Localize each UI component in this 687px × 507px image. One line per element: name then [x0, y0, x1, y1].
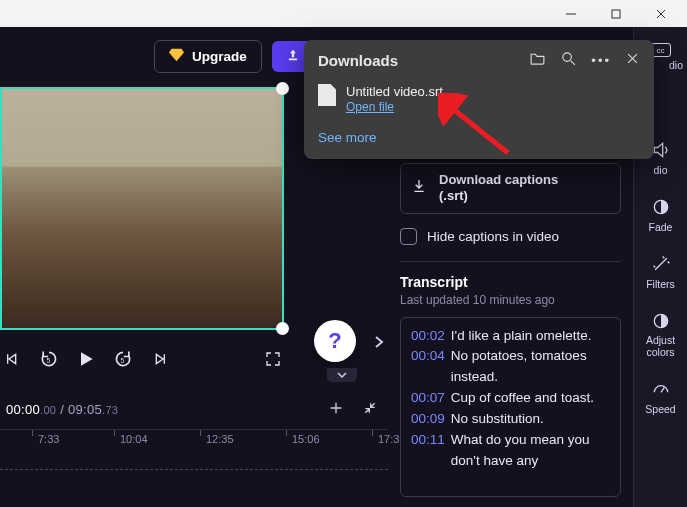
rail-item-fade[interactable]: Fade [634, 196, 687, 233]
see-more-link[interactable]: See more [318, 130, 640, 145]
fade-icon [650, 196, 672, 218]
timeline-track-placeholder[interactable] [0, 469, 388, 470]
upload-icon [286, 48, 300, 65]
expand-panel-button[interactable] [374, 335, 384, 352]
player-controls: 5 5 [0, 348, 284, 370]
ruler-tick: 10:04 [120, 433, 148, 445]
ruler-tick: 7:33 [38, 433, 59, 445]
hide-captions-label: Hide captions in video [427, 229, 559, 244]
svg-text:5: 5 [47, 357, 51, 364]
window-titlebar [0, 0, 687, 27]
rail-item-filters[interactable]: Filters [634, 253, 687, 290]
ruler-tick: 12:35 [206, 433, 234, 445]
timeline-ruler[interactable]: 7:33 10:04 12:35 15:06 17:3 [0, 429, 388, 449]
contrast-icon [650, 310, 672, 332]
timecode: 00:00.00 / 09:05.73 [6, 402, 118, 417]
wand-icon [650, 253, 672, 275]
download-icon [411, 178, 427, 198]
total-time: 09:05 [68, 402, 102, 417]
upgrade-label: Upgrade [192, 49, 247, 64]
add-marker-button[interactable] [328, 400, 344, 419]
transcript-line[interactable]: 00:07Cup of coffee and toast. [411, 388, 610, 409]
ruler-tick: 15:06 [292, 433, 320, 445]
search-downloads-button[interactable] [560, 50, 577, 70]
rail-label: Filters [646, 278, 675, 290]
maximize-button[interactable] [593, 0, 638, 27]
current-frames: .00 [40, 404, 56, 416]
svg-text:5: 5 [121, 357, 125, 364]
rail-label: dio [669, 59, 683, 71]
file-icon [318, 84, 336, 106]
close-window-button[interactable] [638, 0, 683, 27]
minimize-button[interactable] [548, 0, 593, 27]
downloads-popup: Downloads ••• Untitled video.srt Open fi… [304, 40, 654, 159]
more-downloads-button[interactable]: ••• [591, 53, 611, 68]
hide-captions-row[interactable]: Hide captions in video [400, 228, 621, 245]
transcript-line[interactable]: 00:02I'd like a plain omelette. [411, 326, 610, 347]
svg-rect-1 [612, 10, 620, 18]
collapse-timeline-button[interactable] [362, 400, 378, 419]
diamond-icon [169, 48, 184, 65]
skip-forward-button[interactable] [150, 348, 172, 370]
transcript-line[interactable]: 00:09No substitution. [411, 409, 610, 430]
hide-captions-checkbox[interactable] [400, 228, 417, 245]
download-filename: Untitled video.srt [346, 84, 443, 99]
transcript-line[interactable]: 00:11What do you mean you don't have any [411, 430, 610, 472]
svg-line-10 [571, 61, 575, 65]
transcript-box[interactable]: 00:02I'd like a plain omelette. 00:04No … [400, 317, 621, 497]
transcript-updated: Last updated 10 minutes ago [400, 293, 621, 307]
download-captions-label-l1: Download captions [439, 172, 558, 188]
transcript-title: Transcript [400, 274, 621, 290]
rail-label: Fade [649, 221, 673, 233]
forward-5-button[interactable]: 5 [112, 348, 134, 370]
current-time: 00:00 [6, 402, 40, 417]
total-frames: .73 [102, 404, 118, 416]
video-preview[interactable] [0, 87, 284, 330]
skip-back-button[interactable] [0, 348, 22, 370]
open-folder-button[interactable] [529, 50, 546, 70]
gauge-icon [650, 378, 672, 400]
open-file-link[interactable]: Open file [346, 100, 394, 114]
download-item[interactable]: Untitled video.srt Open file [318, 84, 640, 114]
svg-point-9 [563, 53, 572, 62]
transcript-line[interactable]: 00:04No potatoes, tomatoes instead. [411, 346, 610, 388]
rewind-5-button[interactable]: 5 [38, 348, 60, 370]
rail-item-speed[interactable]: Speed [634, 378, 687, 415]
fullscreen-button[interactable] [262, 348, 284, 370]
download-captions-label-l2: (.srt) [439, 188, 558, 204]
rail-label: Adjust colors [634, 335, 687, 358]
upgrade-button[interactable]: Upgrade [154, 40, 262, 73]
download-captions-button[interactable]: Download captions (.srt) [400, 163, 621, 214]
downloads-title: Downloads [318, 52, 529, 69]
rail-label: Speed [645, 403, 675, 415]
rail-item-adjust-colors[interactable]: Adjust colors [634, 310, 687, 358]
close-downloads-button[interactable] [625, 51, 640, 69]
play-button[interactable] [76, 348, 96, 370]
svg-line-8 [661, 387, 664, 392]
collapse-handle[interactable] [327, 368, 357, 382]
help-button[interactable]: ? [314, 320, 356, 362]
rail-label: dio [653, 164, 667, 176]
